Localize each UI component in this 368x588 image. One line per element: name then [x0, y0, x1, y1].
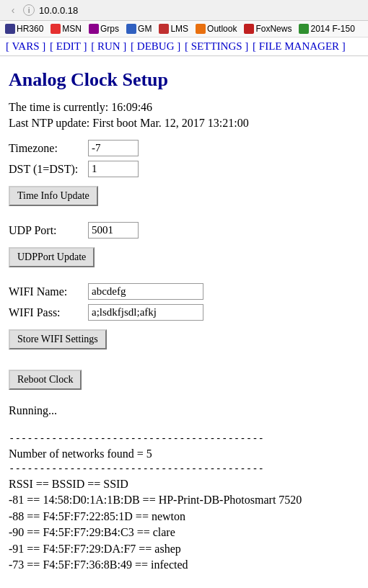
bookmark-icon-grps	[89, 24, 99, 34]
network-1: -81 == 14:58:D0:1A:1B:DB == HP-Print-DB-…	[9, 492, 359, 508]
nav-run[interactable]: [ RUN ]	[91, 40, 126, 52]
page-title: Analog Clock Setup	[9, 69, 359, 91]
network-5: -73 == F4:5F:F7:36:8B:49 == infected	[9, 557, 359, 573]
bookmark-grps[interactable]: Grps	[87, 23, 121, 35]
bookmark-label-grps: Grps	[100, 24, 119, 34]
divider-1: ----------------------------------------…	[9, 432, 359, 446]
network-3: -90 == F4:5F:F7:29:B4:C3 == clare	[9, 525, 359, 540]
bookmark-icon-outlook	[196, 24, 206, 34]
dst-input[interactable]	[88, 161, 139, 177]
udp-port-label: UDP Port:	[9, 224, 88, 237]
udp-section: UDP Port: UDPPort Update	[9, 222, 359, 273]
bookmark-icon-foxnews	[244, 24, 254, 34]
wifi-section: WIFI Name: WIFI Pass: Store WIFI Setting…	[9, 283, 359, 355]
nav-vars[interactable]: [ VARS ]	[6, 40, 45, 52]
bookmark-label-foxnews: FoxNews	[255, 24, 292, 34]
networks-found: Number of networks found = 5	[9, 446, 359, 462]
bookmark-label-hr360: HR360	[17, 24, 43, 34]
output-area: Running... -----------------------------…	[9, 403, 359, 573]
bookmark-foxnews[interactable]: FoxNews	[242, 23, 294, 35]
reboot-clock-button[interactable]: Reboot Clock	[9, 370, 82, 390]
last-ntp-update: Last NTP update: First boot Mar. 12, 201…	[9, 117, 359, 130]
current-time-display: The time is currently: 16:09:46	[9, 101, 359, 114]
wifi-pass-label: WIFI Pass:	[9, 306, 88, 319]
dst-label: DST (1=DST):	[9, 163, 88, 176]
nav-filemanager[interactable]: [ FILE MANAGER ]	[253, 40, 346, 52]
timezone-section: Timezone: DST (1=DST): Time Info Update	[9, 140, 359, 212]
bookmark-icon-2014f150	[299, 24, 309, 34]
nav-edit[interactable]: [ EDIT ]	[50, 40, 87, 52]
bookmark-gm[interactable]: GM	[124, 23, 154, 35]
bookmark-icon-lms	[159, 24, 169, 34]
network-4: -91 == F4:5F:F7:29:DA:F7 == ashep	[9, 541, 359, 557]
nav-debug[interactable]: [ DEBUG ]	[131, 40, 180, 52]
nav-settings[interactable]: [ SETTINGS ]	[185, 40, 248, 52]
bookmark-lms[interactable]: LMS	[157, 23, 190, 35]
bookmark-2014f150[interactable]: 2014 F-150	[297, 23, 356, 35]
bookmark-label-2014f150: 2014 F-150	[310, 24, 354, 34]
bookmark-label-outlook: Outlook	[207, 24, 237, 34]
bookmark-icon-hr360	[5, 24, 15, 34]
rssi-header: RSSI == BSSID == SSID	[9, 476, 359, 492]
nav-menu: [ VARS ] [ EDIT ] [ RUN ] [ DEBUG ] [ SE…	[0, 37, 368, 56]
reboot-section: Reboot Clock	[9, 365, 359, 396]
dst-row: DST (1=DST):	[9, 161, 359, 177]
divider-2: ----------------------------------------…	[9, 462, 359, 476]
back-button[interactable]: ‹	[6, 3, 20, 17]
udp-port-update-button[interactable]: UDPPort Update	[9, 247, 95, 267]
udp-port-row: UDP Port:	[9, 222, 359, 239]
running-status: Running...	[9, 403, 359, 419]
bookmark-hr360[interactable]: HR360	[3, 23, 45, 35]
bookmark-label-msn: MSN	[62, 24, 82, 34]
time-info-update-button[interactable]: Time Info Update	[9, 186, 98, 206]
wifi-pass-input[interactable]	[88, 304, 203, 321]
timezone-label: Timezone:	[9, 142, 88, 155]
bookmark-label-gm: GM	[138, 24, 152, 34]
address-bar: ‹ i 10.0.0.18	[0, 0, 368, 21]
wifi-pass-row: WIFI Pass:	[9, 304, 359, 321]
bookmark-outlook[interactable]: Outlook	[193, 23, 239, 35]
bookmark-icon-msn	[51, 24, 61, 34]
bookmark-label-lms: LMS	[170, 24, 188, 34]
timezone-input[interactable]	[88, 140, 139, 156]
bookmark-icon-gm	[126, 24, 136, 34]
wifi-name-row: WIFI Name:	[9, 283, 359, 300]
network-2: -88 == F4:5F:F7:22:85:1D == newton	[9, 509, 359, 525]
url-display[interactable]: 10.0.0.18	[39, 5, 78, 16]
udp-port-input[interactable]	[88, 222, 139, 239]
info-icon: i	[23, 4, 35, 16]
wifi-name-label: WIFI Name:	[9, 285, 88, 298]
bookmark-msn[interactable]: MSN	[48, 23, 84, 35]
timezone-row: Timezone:	[9, 140, 359, 156]
bookmarks-bar: HR360 MSN Grps GM LMS Outlook FoxNews 20…	[0, 21, 368, 37]
wifi-name-input[interactable]	[88, 283, 203, 300]
store-wifi-button[interactable]: Store WIFI Settings	[9, 329, 107, 349]
main-content: Analog Clock Setup The time is currently…	[0, 56, 368, 580]
